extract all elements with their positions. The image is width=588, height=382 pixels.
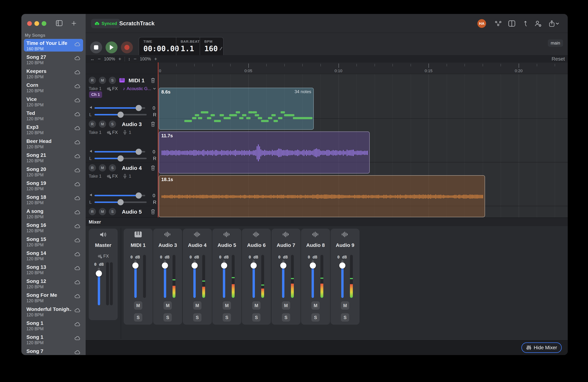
solo-button[interactable]: S (164, 313, 172, 322)
mute-button[interactable]: M (99, 208, 106, 215)
record-arm-button[interactable]: R (89, 164, 96, 172)
song-item[interactable]: Corn120 BPM (24, 81, 83, 94)
track-name[interactable]: Audio 4 (122, 165, 142, 171)
song-item[interactable]: Song 1120 BPM (24, 333, 83, 345)
play-button[interactable] (105, 41, 118, 53)
song-item[interactable]: Keepers120 BPM (24, 67, 83, 79)
mute-button[interactable]: M (252, 301, 260, 310)
channel-fader-knob[interactable] (191, 263, 198, 268)
fx-button[interactable]: FX (89, 254, 118, 259)
mute-button[interactable]: M (282, 301, 290, 310)
song-item[interactable]: Song 7120 BPM (24, 347, 83, 355)
fx-button[interactable]: FX (107, 174, 118, 179)
record-arm-button[interactable]: R (89, 77, 96, 84)
delete-track-button[interactable] (149, 164, 157, 172)
input-selector[interactable]: 1 (123, 174, 131, 179)
split-view-icon[interactable] (508, 19, 516, 27)
record-arm-button[interactable]: R (89, 208, 96, 215)
toggle-sidebar-icon[interactable] (56, 20, 63, 27)
mute-button[interactable]: M (341, 301, 349, 310)
solo-button[interactable]: S (109, 164, 116, 172)
timeline[interactable]: 8.6s 34 notes 11.7s 18.1s 6.2s (158, 74, 568, 217)
song-item[interactable]: Song 13120 BPM (24, 263, 83, 275)
channel-fader-knob[interactable] (251, 263, 257, 268)
channel-fader-knob[interactable] (339, 263, 345, 268)
channel-fader-knob[interactable] (280, 263, 286, 268)
avatar[interactable]: HA (477, 19, 486, 28)
volume-slider[interactable] (94, 151, 145, 153)
solo-button[interactable]: S (223, 313, 231, 322)
channel-fader-knob[interactable] (132, 263, 139, 268)
mute-button[interactable]: M (223, 301, 231, 310)
branch-badge[interactable]: main (548, 39, 563, 47)
channel-fader-knob[interactable] (221, 263, 227, 268)
midi-clip[interactable]: 8.6s 34 notes (159, 88, 314, 130)
song-item[interactable]: Exp3120 BPM (24, 123, 83, 135)
pan-slider[interactable] (94, 114, 147, 115)
solo-button[interactable]: S (282, 313, 290, 322)
mute-button[interactable]: M (134, 301, 142, 310)
v-zoom-out-button[interactable]: − (134, 56, 136, 62)
stop-button[interactable] (90, 41, 102, 53)
delete-track-button[interactable] (149, 121, 157, 128)
channel-fader-knob[interactable] (162, 263, 168, 268)
mute-button[interactable]: M (99, 77, 106, 84)
delete-track-button[interactable] (149, 77, 157, 84)
track-name[interactable]: MIDI 1 (128, 77, 145, 84)
h-zoom-out-button[interactable]: − (98, 56, 101, 62)
song-item[interactable]: Song 27120 BPM (24, 53, 83, 65)
hide-mixer-button[interactable]: Hide Mixer (521, 342, 562, 353)
record-button[interactable] (121, 41, 133, 53)
delete-track-button[interactable] (149, 208, 157, 215)
new-song-icon[interactable] (71, 20, 77, 27)
close-window-button[interactable] (27, 21, 32, 26)
input-selector[interactable]: 1 (123, 130, 131, 135)
song-item[interactable]: Song 21120 BPM (24, 151, 83, 164)
volume-slider[interactable] (94, 107, 145, 109)
zoom-window-button[interactable] (42, 21, 46, 26)
minimize-window-button[interactable] (34, 21, 39, 26)
h-zoom-in-button[interactable]: + (118, 56, 121, 62)
song-item[interactable]: Song 18120 BPM (24, 193, 83, 206)
solo-button[interactable]: S (341, 313, 349, 322)
mute-button[interactable]: M (193, 301, 202, 310)
song-item[interactable]: Song 14120 BPM (24, 249, 83, 262)
pan-slider[interactable] (94, 202, 147, 203)
pan-slider[interactable] (94, 158, 147, 159)
solo-button[interactable]: S (134, 313, 142, 322)
audio-3-clip[interactable]: 11.7s (159, 132, 370, 173)
solo-button[interactable]: S (109, 77, 116, 84)
solo-button[interactable]: S (109, 120, 116, 128)
song-item[interactable]: Song For Me120 BPM (24, 291, 83, 304)
share-icon[interactable] (546, 19, 561, 27)
track-name[interactable]: Audio 3 (122, 121, 142, 127)
solo-button[interactable]: S (311, 313, 320, 322)
v-zoom-in-button[interactable]: + (154, 56, 157, 62)
mute-button[interactable]: M (99, 164, 106, 172)
fx-button[interactable]: FX (107, 130, 118, 135)
audio-4-clip[interactable]: 18.1s (159, 175, 485, 217)
song-item[interactable]: Vice120 BPM (24, 95, 83, 108)
take-label[interactable]: Take 1 (89, 130, 102, 135)
solo-button[interactable]: S (109, 208, 116, 215)
fx-button[interactable]: FX (107, 86, 118, 91)
solo-button[interactable]: S (193, 313, 202, 322)
record-arm-button[interactable]: R (89, 120, 96, 128)
playhead[interactable] (158, 62, 158, 217)
master-fader-knob[interactable] (96, 270, 102, 277)
song-item[interactable]: Song 1120 BPM (24, 319, 83, 332)
bpm-display[interactable]: BPM 160 (200, 38, 223, 57)
take-label[interactable]: Take 1 (89, 174, 102, 179)
song-item[interactable]: Song 12120 BPM (24, 277, 83, 289)
song-item[interactable]: A song120 BPM (24, 207, 83, 220)
bar-beat-display[interactable]: BAR.BEAT 1.1 (176, 38, 200, 57)
volume-slider[interactable] (94, 195, 145, 196)
mute-button[interactable]: M (99, 120, 106, 128)
automation-tool-icon[interactable] (522, 19, 530, 27)
song-item[interactable]: Song 20120 BPM (24, 165, 83, 178)
add-collaborator-icon[interactable] (534, 19, 542, 27)
song-item[interactable]: Time of Your Life160 BPM (24, 39, 83, 52)
song-item[interactable]: Ted120 BPM (24, 109, 83, 122)
take-label[interactable]: Take 1 (89, 86, 102, 91)
song-item[interactable]: Beer Head120 BPM (24, 137, 83, 150)
